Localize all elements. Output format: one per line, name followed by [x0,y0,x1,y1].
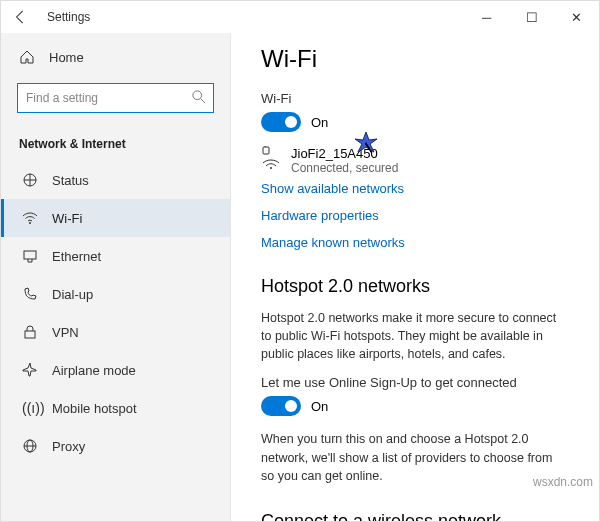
network-name: JioFi2_15A450 [291,146,398,161]
ethernet-icon [22,248,38,264]
svg-point-8 [270,167,272,169]
nav-label: Wi-Fi [52,211,82,226]
home-nav[interactable]: Home [1,41,230,73]
minimize-button[interactable]: ─ [464,1,509,33]
wifi-icon [22,210,38,226]
status-icon [22,172,38,188]
airplane-icon [22,362,38,378]
nav-label: VPN [52,325,79,340]
close-button[interactable]: ✕ [554,1,599,33]
nav-label: Dial-up [52,287,93,302]
sidebar: Home Network & Internet Status Wi-Fi Eth… [1,33,231,522]
osu-label: Let me use Online Sign-Up to get connect… [261,375,569,390]
current-network[interactable]: JioFi2_15A450 Connected, secured [261,146,569,175]
nav-label: Ethernet [52,249,101,264]
content: Wi-Fi Wi-Fi On JioFi2_15A450 Connected, … [231,33,599,522]
nav-label: Proxy [52,439,85,454]
svg-rect-7 [263,147,269,154]
home-label: Home [49,50,84,65]
hotspot-desc: Hotspot 2.0 networks make it more secure… [261,309,569,363]
connect-heading: Connect to a wireless network [261,511,569,522]
wifi-toggle[interactable] [261,112,301,132]
hardware-link[interactable]: Hardware properties [261,208,569,223]
manage-link[interactable]: Manage known networks [261,235,569,250]
nav-label: Status [52,173,89,188]
nav-label: Airplane mode [52,363,136,378]
nav-hotspot[interactable]: ((ı)) Mobile hotspot [1,389,230,427]
home-icon [19,49,35,65]
svg-rect-4 [25,331,35,338]
search-wrap [17,83,214,113]
hotspot-icon: ((ı)) [22,400,38,416]
network-status: Connected, secured [291,161,398,175]
search-icon [192,90,206,108]
osu-note: When you turn this on and choose a Hotsp… [261,430,569,484]
wifi-label: Wi-Fi [261,91,569,106]
nav-status[interactable]: Status [1,161,230,199]
back-button[interactable] [1,10,41,24]
window-title: Settings [41,10,90,24]
secured-wifi-icon [261,146,281,175]
nav-airplane[interactable]: Airplane mode [1,351,230,389]
titlebar: Settings ─ ☐ ✕ [1,1,599,33]
nav-wifi[interactable]: Wi-Fi [1,199,230,237]
category-header: Network & Internet [1,123,230,161]
proxy-icon [22,438,38,454]
wifi-state: On [311,115,328,130]
osu-toggle[interactable] [261,396,301,416]
hotspot-heading: Hotspot 2.0 networks [261,276,569,297]
nav-proxy[interactable]: Proxy [1,427,230,465]
svg-rect-3 [24,251,36,259]
nav-ethernet[interactable]: Ethernet [1,237,230,275]
search-input[interactable] [17,83,214,113]
osu-state: On [311,399,328,414]
vpn-icon [22,324,38,340]
nav-vpn[interactable]: VPN [1,313,230,351]
nav-label: Mobile hotspot [52,401,137,416]
svg-point-2 [29,222,31,224]
dialup-icon [22,286,38,302]
page-heading: Wi-Fi [261,45,569,73]
nav-dialup[interactable]: Dial-up [1,275,230,313]
show-available-link[interactable]: Show available networks [261,181,569,196]
maximize-button[interactable]: ☐ [509,1,554,33]
svg-point-0 [193,91,202,100]
watermark: wsxdn.com [533,475,593,489]
